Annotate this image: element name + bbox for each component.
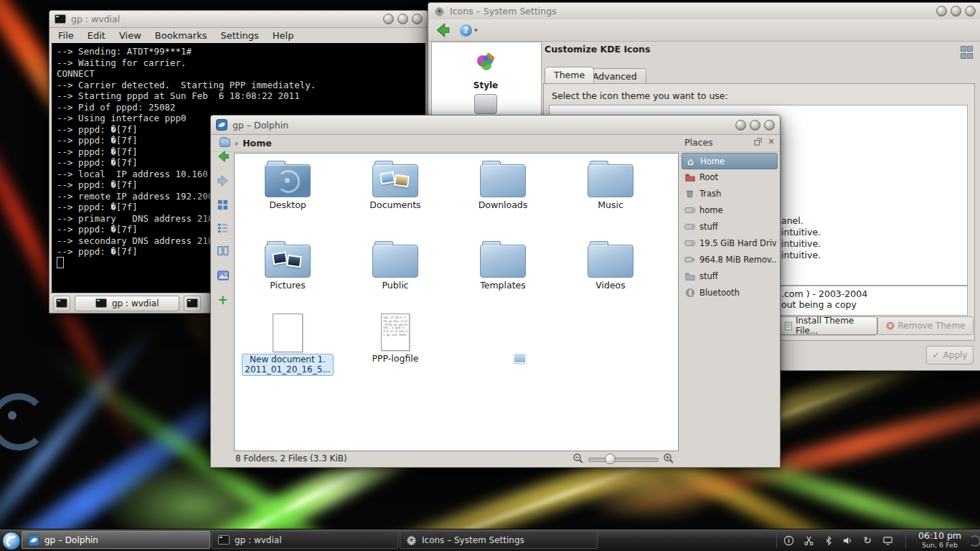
volume-icon[interactable]: [841, 534, 854, 547]
menu-view[interactable]: View: [119, 30, 141, 41]
place-stuff-2[interactable]: stuff: [682, 268, 776, 283]
add-button[interactable]: +: [214, 291, 232, 309]
place-removable-media[interactable]: 964.8 MiB Remov...: [682, 252, 776, 267]
breadcrumb-home[interactable]: Home: [242, 138, 272, 149]
check-icon: ✓: [933, 350, 940, 360]
icons-view-button[interactable]: [214, 196, 232, 214]
panel-cashew[interactable]: [969, 535, 980, 547]
tab-theme[interactable]: Theme: [545, 67, 594, 84]
dolphin-titlebar[interactable]: gp – Dolphin: [211, 116, 780, 135]
task-system-settings[interactable]: Icons – System Settings: [400, 531, 598, 549]
terminal-menubar: File Edit View Bookmarks Settings Help: [50, 27, 428, 43]
terminal-tab[interactable]: gp : wvdial: [75, 296, 179, 311]
file-item-new-document[interactable]: New document 1. 2011_01_20_16_5...: [237, 311, 338, 376]
file-item-videos[interactable]: Videos: [560, 237, 661, 291]
zoom-slider-track[interactable]: [588, 458, 659, 462]
notifications-icon[interactable]: [782, 534, 795, 547]
zoom-in-button[interactable]: [663, 453, 674, 466]
clock-date: Sun, 6 Feb: [913, 541, 967, 549]
install-theme-button[interactable]: Install Theme File...: [778, 316, 877, 335]
text-file-icon: Jan 17 09:4 7:18 gp-Asp lire-5738 pp pd[…: [381, 314, 410, 351]
minimize-button[interactable]: [383, 14, 394, 24]
places-panel: Places × ⌂ Home Root Trash home: [680, 134, 778, 450]
terminal-icon: [95, 298, 107, 308]
place-root[interactable]: Root: [682, 169, 776, 184]
close-button[interactable]: [412, 14, 423, 24]
system-settings-titlebar[interactable]: Icons – System Settings: [428, 3, 980, 20]
help-button[interactable]: ? ▾: [460, 24, 478, 37]
terminal-titlebar[interactable]: gp : wvdial: [50, 11, 428, 28]
file-item-music[interactable]: Music: [560, 157, 661, 210]
zoom-out-button[interactable]: [573, 453, 584, 466]
zoom-slider-handle[interactable]: [605, 453, 616, 464]
file-item-public[interactable]: Public: [345, 237, 446, 291]
close-button[interactable]: [965, 6, 976, 17]
kickoff-launcher[interactable]: [2, 532, 21, 550]
overview-button[interactable]: [961, 46, 972, 57]
remove-theme-button[interactable]: Remove Theme: [877, 316, 974, 335]
place-label: stuff: [699, 222, 718, 232]
photo-thumb: [286, 255, 302, 268]
close-button[interactable]: [764, 120, 775, 131]
preview-toggle-button[interactable]: [214, 266, 232, 284]
place-bluetooth[interactable]: Bluetooth: [682, 285, 776, 300]
maximize-button[interactable]: [750, 120, 760, 131]
menu-edit[interactable]: Edit: [88, 30, 105, 41]
device-notifier-icon[interactable]: [881, 534, 894, 547]
folder-gray-icon: [684, 270, 695, 281]
maximize-button[interactable]: [397, 14, 408, 24]
place-label: Home: [700, 156, 725, 166]
details-view-button[interactable]: [214, 219, 232, 237]
klipper-scissors-icon[interactable]: [802, 534, 815, 547]
folder-icon: [588, 245, 633, 278]
menu-file[interactable]: File: [58, 30, 74, 41]
file-item-templates[interactable]: Templates: [453, 237, 553, 291]
menu-bookmarks[interactable]: Bookmarks: [155, 30, 207, 41]
dolphin-icon: [28, 534, 39, 546]
folder-icon: [372, 164, 418, 197]
icon-theme-select-label: Select the icon theme you want to use:: [552, 90, 728, 101]
file-item-pictures[interactable]: Pictures: [237, 237, 338, 291]
bluetooth-icon[interactable]: [822, 534, 835, 547]
file-item-downloads[interactable]: Downloads: [453, 157, 553, 210]
clock[interactable]: 06:10 pm Sun, 6 Feb: [913, 531, 967, 549]
back-button[interactable]: [434, 22, 451, 39]
close-panel-icon[interactable]: ×: [768, 136, 775, 146]
file-item-documents[interactable]: Documents: [345, 157, 446, 210]
float-panel-icon[interactable]: [754, 138, 762, 146]
menu-help[interactable]: Help: [273, 30, 294, 41]
back-arrow-icon: [216, 149, 230, 164]
gear-icon: [406, 534, 417, 545]
maximize-button[interactable]: [951, 6, 961, 17]
file-item-desktop[interactable]: Desktop: [237, 157, 338, 210]
place-home-partition[interactable]: home: [682, 202, 776, 217]
session-list-button[interactable]: [184, 296, 201, 311]
minimize-button[interactable]: [936, 6, 947, 17]
apply-button[interactable]: ✓ Apply: [926, 346, 974, 364]
file-label: Public: [345, 280, 446, 291]
places-root-icon[interactable]: [220, 138, 230, 147]
back-button[interactable]: [214, 147, 232, 165]
remove-theme-label: Remove Theme: [898, 321, 966, 331]
menu-settings[interactable]: Settings: [220, 30, 258, 41]
sidebar-item-partial[interactable]: [432, 94, 540, 117]
details-view-icon: [217, 222, 229, 234]
minimize-button[interactable]: [735, 120, 746, 131]
place-stuff[interactable]: stuff: [682, 219, 776, 234]
window-style-icon: [474, 94, 497, 114]
file-item-ppp-logfile[interactable]: Jan 17 09:4 7:18 gp-Asp lire-5738 pp pd[…: [345, 311, 446, 364]
network-sync-icon[interactable]: ↻: [861, 534, 874, 547]
columns-view-button[interactable]: [214, 242, 232, 260]
task-wvdial[interactable]: gp : wvdial: [212, 531, 398, 549]
wallpaper-logo: [0, 393, 47, 451]
sidebar-item-style[interactable]: Style: [432, 50, 540, 90]
place-label: 964.8 MiB Remov...: [699, 255, 776, 265]
drag-ghost-icon: [514, 353, 526, 363]
task-dolphin[interactable]: gp – Dolphin: [22, 531, 210, 549]
place-home[interactable]: ⌂ Home: [682, 153, 778, 169]
forward-button[interactable]: [214, 171, 232, 189]
place-trash[interactable]: Trash: [682, 186, 776, 201]
place-hard-drive[interactable]: 19.5 GiB Hard Drive: [682, 235, 776, 250]
task-label: gp : wvdial: [235, 535, 281, 545]
new-session-button[interactable]: [53, 296, 70, 311]
